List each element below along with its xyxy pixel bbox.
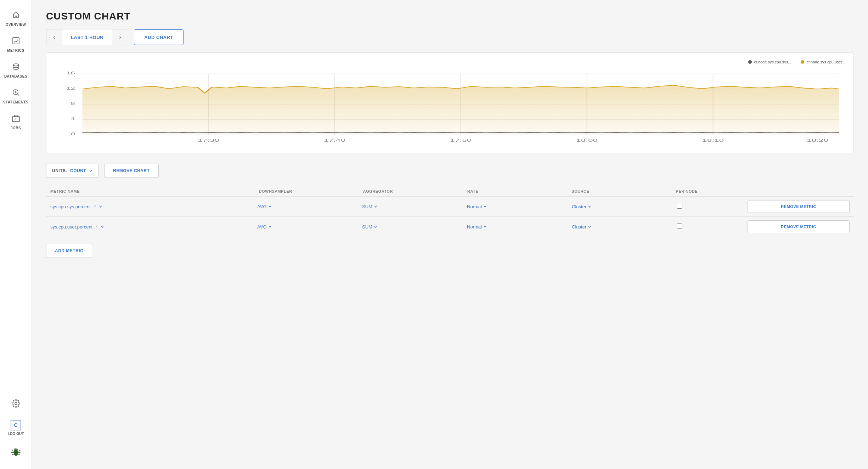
svg-line-21 [18,454,20,455]
chevron-down-icon-3 [374,205,377,208]
chevron-down-icon-4 [483,205,487,208]
add-metric-button[interactable]: ADD METRIC [46,244,92,258]
sidebar-item-jobs[interactable]: JOBS [0,111,32,134]
metrics-table: METRIC NAME DOWNSAMPLER AGGREGATOR RATE … [46,186,854,237]
databases-icon [12,62,20,73]
sidebar-item-label-databases: DATABASES [4,74,27,78]
aggregator-dropdown-1[interactable]: SUM [362,204,464,209]
rate-dropdown-2[interactable]: Normal [467,224,569,230]
chevron-down-icon-9 [483,225,487,228]
next-time-button[interactable]: › [112,29,128,45]
time-navigation: ‹ LAST 1 HOUR › [46,29,128,45]
cockroach-logo [7,442,25,462]
main-content: CUSTOM CHART ‹ LAST 1 HOUR › ADD CHART c… [32,0,868,469]
statements-icon [12,88,20,99]
prev-time-button[interactable]: ‹ [46,29,62,45]
downsampler-value-2: AVG [257,224,267,230]
home-icon [12,11,20,21]
header-source: SOURCE [571,189,676,193]
sidebar-item-logout[interactable]: C LOG OUT [0,416,32,439]
downsampler-dropdown-2[interactable]: AVG [257,224,359,230]
header-per-node: PER NODE [676,189,745,193]
metric-name-dropdown-2[interactable] [101,225,104,228]
chevron-down-icon-5 [588,205,591,208]
chevron-down-icon [89,169,92,173]
chart-svg: 16 12 8 4 0 [53,68,846,146]
metric-name-dropdown-1[interactable] [99,205,102,208]
sidebar-item-label-statements: STATEMENTS [3,100,28,104]
chevron-down-icon-8 [374,225,377,228]
svg-text:17:50: 17:50 [450,138,472,142]
chart-card: cr.node.sys.cpu.sys.... cr.node.sys.cpu.… [46,52,854,153]
sidebar-item-statements[interactable]: STATEMENTS [0,85,32,108]
rate-dropdown-1[interactable]: Normal [467,204,569,209]
aggregator-value-1: SUM [362,204,372,209]
chevron-down-icon-2 [268,205,272,208]
legend-item-sys: cr.node.sys.cpu.sys.... [748,60,792,64]
metrics-icon [12,36,20,47]
remove-metric-button-2[interactable]: REMOVE METRIC [748,220,850,233]
per-node-cell-1 [677,203,745,210]
legend-label-user: cr.node.sys.cpu.user.... [806,60,846,64]
metric-remove-x-2[interactable]: × [95,224,98,229]
chevron-down-icon-7 [268,225,272,228]
svg-line-20 [18,452,21,453]
source-dropdown-1[interactable]: Cluster [572,204,674,209]
svg-text:17:30: 17:30 [198,138,219,142]
sidebar-item-metrics[interactable]: METRICS [0,33,32,56]
header-rate: RATE [467,189,571,193]
svg-text:18:10: 18:10 [702,138,724,142]
chevron-right-icon: › [119,34,121,40]
legend-item-user: cr.node.sys.cpu.user.... [801,60,846,64]
time-controls: ‹ LAST 1 HOUR › ADD CHART [46,29,854,45]
chart-controls: UNITS: COUNT REMOVE CHART [46,164,854,178]
legend-label-sys: cr.node.sys.cpu.sys.... [754,60,792,64]
time-range-label: LAST 1 HOUR [62,29,112,45]
svg-text:12: 12 [66,86,75,91]
downsampler-value-1: AVG [257,204,267,209]
remove-chart-button[interactable]: REMOVE CHART [104,164,158,178]
source-value-2: Cluster [572,224,586,230]
metrics-table-header: METRIC NAME DOWNSAMPLER AGGREGATOR RATE … [46,186,854,196]
sidebar-item-label-metrics: METRICS [7,49,24,52]
metric-name-cell-2: sys.cpu.user.percent × [50,224,254,230]
chevron-down-icon-10 [588,225,591,228]
svg-point-9 [15,402,17,405]
metric-remove-x-1[interactable]: × [94,204,96,209]
svg-line-3 [17,94,19,96]
svg-rect-0 [13,38,19,44]
sidebar-item-databases[interactable]: DATABASES [0,59,32,82]
source-value-1: Cluster [572,204,586,209]
svg-line-17 [11,452,14,453]
svg-text:4: 4 [71,117,75,121]
svg-line-19 [18,450,20,451]
aggregator-dropdown-2[interactable]: SUM [362,224,464,230]
units-button[interactable]: UNITS: COUNT [46,164,98,178]
svg-text:18:20: 18:20 [807,138,828,142]
sidebar-item-label-jobs: JOBS [11,126,21,130]
per-node-checkbox-2[interactable] [677,223,682,229]
source-dropdown-2[interactable]: Cluster [572,224,674,230]
metric-name-2: sys.cpu.user.percent [50,224,92,230]
svg-point-1 [13,64,19,66]
sidebar-item-overview[interactable]: OVERVIEW [0,7,32,30]
rate-value-1: Normal [467,204,482,209]
remove-metric-button-1[interactable]: REMOVE METRIC [748,200,850,213]
add-chart-button[interactable]: ADD CHART [134,29,184,45]
logout-box: C [11,420,21,430]
chevron-down-icon-6 [101,225,104,228]
svg-point-14 [15,448,15,449]
table-row: sys.cpu.user.percent × AVG SUM [46,216,854,237]
chart-area: 16 12 8 4 0 [53,68,846,146]
aggregator-value-2: SUM [362,224,372,230]
header-actions [745,189,850,193]
downsampler-dropdown-1[interactable]: AVG [257,204,359,209]
header-downsampler: DOWNSAMPLER [259,189,363,193]
header-metric-name: METRIC NAME [50,189,259,193]
sidebar: OVERVIEW METRICS DATABASES [0,0,32,469]
svg-line-18 [12,454,14,455]
sidebar-item-settings[interactable] [0,396,32,413]
table-row: sys.cpu.sys.percent × AVG SUM [46,196,854,216]
per-node-checkbox-1[interactable] [677,203,682,209]
svg-text:8: 8 [71,102,75,106]
